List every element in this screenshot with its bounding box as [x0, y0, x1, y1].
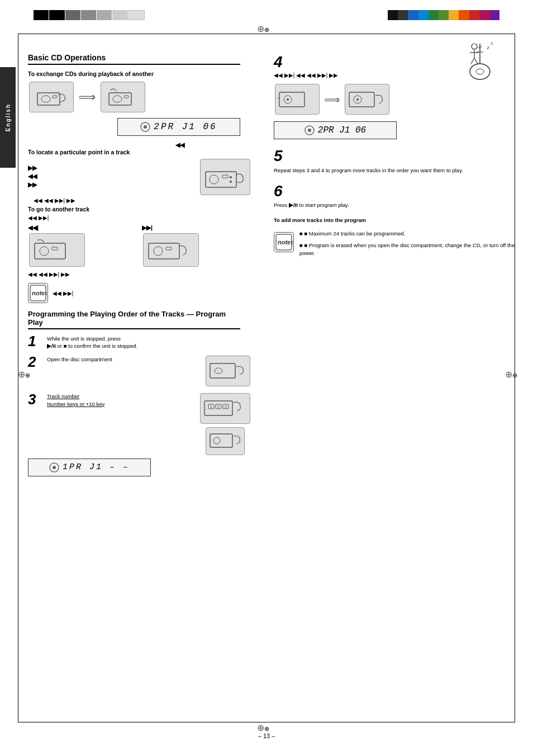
svg-point-52 — [356, 98, 359, 101]
svg-point-7 — [472, 44, 477, 49]
left-column: Basic CD Operations To exchange CDs duri… — [28, 53, 251, 481]
arrow-exchange: ⟹ — [78, 90, 96, 105]
border-bottom — [18, 722, 515, 722]
svg-rect-28 — [52, 247, 58, 250]
display-box-step3: 1PR J1 – – — [28, 459, 151, 476]
track-nav-illustrations: ◀◀| ▶▶| — [28, 224, 251, 268]
svg-rect-31 — [166, 247, 172, 250]
hand-fwd — [143, 233, 199, 267]
svg-text:1: 1 — [210, 405, 212, 409]
hand-step4b — [345, 84, 389, 115]
sidebar-english-label: English — [5, 103, 11, 131]
display-box-4b: 2PR J1 06 — [274, 121, 397, 139]
display-text-step3: 1PR J1 – – — [63, 462, 130, 472]
number-keys-label: Number keys or +10 key — [47, 401, 104, 407]
border-left — [18, 34, 18, 722]
svg-rect-16 — [109, 93, 131, 105]
prog-step1: 1 While the unit is stopped, press ▶/II … — [28, 334, 251, 350]
step1-row: 1 While the unit is stopped, press ▶/II … — [28, 334, 251, 350]
svg-text:notes: notes — [32, 290, 47, 296]
fwd-track-group: ▶▶| — [142, 224, 251, 268]
sidebar-english-tab: English — [0, 67, 16, 168]
hand-illus-locate — [200, 159, 250, 195]
note2-text: ■ ■ Program is erased when you open the … — [299, 242, 531, 258]
back-track-group: ◀◀| — [28, 224, 137, 268]
svg-point-49 — [287, 98, 289, 101]
step1-content: While the unit is stopped, press ▶/II or… — [44, 334, 251, 350]
fwd-sym: ▶▶| — [142, 224, 251, 231]
svg-point-46 — [53, 466, 56, 469]
svg-point-27 — [40, 247, 49, 256]
step6-section: 6 Press ▶/II to start program play. — [274, 182, 531, 208]
svg-rect-12 — [37, 93, 60, 105]
right-column: 4 ◀◀ ▶▶| ◀◀ ◀◀ ▶▶| ▶▶ ⟹ — [274, 53, 531, 265]
prog-step2: 2 Open the disc compartment — [28, 355, 251, 388]
notes-icon-1: notes — [28, 283, 48, 303]
svg-text:notes: notes — [278, 239, 293, 245]
notes-content: ■ ■ Maximum 24 tracks can be programmed.… — [299, 230, 531, 257]
svg-point-25 — [230, 181, 232, 183]
step3-number: 3 — [28, 392, 44, 407]
nav-symbols-row: ◀◀ ◀◀ ▶▶| ▶▶ — [28, 197, 251, 204]
step3-content: Track number Number keys or +10 key — [44, 392, 194, 410]
page-number: – 13 – — [258, 733, 275, 739]
step6-number: 6 — [274, 182, 531, 200]
svg-rect-21 — [206, 172, 236, 187]
display-box-4: 2PR J1 06 — [117, 118, 240, 136]
hand-illus-2 — [101, 82, 145, 112]
svg-point-35 — [215, 368, 222, 374]
hand-alt — [206, 427, 245, 455]
notes-row: notes ◀◀ ▶▶| — [28, 283, 251, 303]
nav-bottom: ◀◀ ◀◀ ▶▶| ▶▶ — [28, 271, 251, 277]
top-black-bar — [34, 10, 145, 20]
basic-cd-ops-title: Basic CD Operations — [28, 53, 240, 65]
reg-mark-top: ⊕ — [257, 23, 267, 34]
step5-text: Repeat steps 3 and 4 to program more tra… — [274, 167, 531, 174]
step4-nav: ◀◀ ▶▶| ◀◀ ◀◀ ▶▶| ▶▶ — [274, 72, 531, 78]
step3-line2: Number keys or +10 key — [47, 401, 194, 407]
step3-line1: Track number — [47, 393, 194, 399]
hand-numpad: 1 2 3 — [200, 393, 250, 424]
svg-text:♪: ♪ — [487, 44, 489, 50]
exchange-cd-section: To exchange CDs during playback of anoth… — [28, 70, 251, 77]
prog-step3: 3 Track number Number keys or +10 key — [28, 392, 251, 476]
locate-symbols-row: ▶▶ ◀◀ ▶▶ — [28, 158, 251, 196]
step2-row: 2 Open the disc compartment — [28, 355, 251, 388]
locate-back-sym: ◀◀ — [28, 141, 251, 149]
svg-rect-29 — [149, 243, 179, 259]
display-section-right: 2PR J1 06 — [28, 118, 251, 136]
svg-point-54 — [308, 129, 311, 132]
svg-text:3: 3 — [225, 405, 227, 409]
step2-content: Open the disc compartment — [44, 355, 206, 363]
locate-sym-group: ▶▶ ◀◀ ▶▶ — [28, 164, 199, 190]
back-sym: ◀◀| — [28, 224, 137, 231]
step4-number: 4 — [274, 53, 531, 71]
program-play-section: Programming the Playing Order of the Tra… — [28, 310, 251, 476]
top-color-bar — [388, 10, 499, 20]
step3-illustrations: 1 2 3 — [199, 392, 251, 456]
svg-text:♫: ♫ — [490, 41, 493, 46]
step4-header: 4 ◀◀ ▶▶| ◀◀ ◀◀ ▶▶| ▶▶ — [274, 53, 531, 78]
step2-number: 2 — [28, 355, 44, 369]
reg-mark-bottom: ⊕ — [257, 722, 267, 733]
step1-text: While the unit is stopped, press ▶/II or… — [47, 335, 251, 350]
svg-point-13 — [41, 96, 50, 102]
reg-mark-right: ⊕ — [505, 369, 515, 379]
svg-text:2: 2 — [217, 405, 220, 409]
step4-illustrations: ⟹ — [274, 83, 531, 116]
another-track-section: To go to another track ◀◀ ▶▶| — [28, 206, 251, 221]
svg-point-24 — [230, 176, 232, 178]
step5-section: 5 Repeat steps 3 and 4 to program more t… — [274, 147, 531, 174]
step6-play-sym: ▶/II — [289, 202, 298, 208]
exchange-cd-label: To exchange CDs during playback of anoth… — [28, 70, 251, 77]
border-top — [18, 34, 515, 34]
locate-point-section: ◀◀ To locate a particular point in a tra… — [28, 141, 251, 204]
add-more-label: To add more tracks into the program — [274, 217, 531, 223]
another-track-nav: ◀◀ ▶▶| — [28, 215, 251, 221]
arrow-step4: ⟹ — [324, 93, 340, 106]
prog-play-title: Programming the Playing Order of the Tra… — [28, 310, 240, 329]
locate-point-label: To locate a particular point in a track — [28, 149, 251, 155]
step6-text: Press ▶/II to start program play. — [274, 202, 531, 208]
svg-point-17 — [113, 96, 122, 102]
note1-text: ■ ■ Maximum 24 tracks can be programmed. — [299, 230, 531, 238]
